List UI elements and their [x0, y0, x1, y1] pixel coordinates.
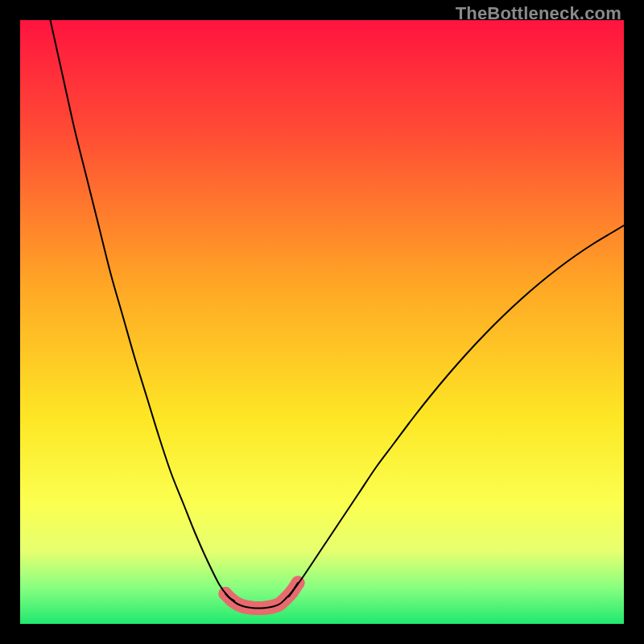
plot-area	[20, 20, 624, 624]
watermark-text: TheBottleneck.com	[456, 3, 621, 24]
chart-svg	[20, 20, 624, 624]
valley-highlight	[219, 576, 305, 616]
bottleneck-curve	[51, 20, 625, 609]
chart-frame: TheBottleneck.com	[0, 0, 644, 644]
